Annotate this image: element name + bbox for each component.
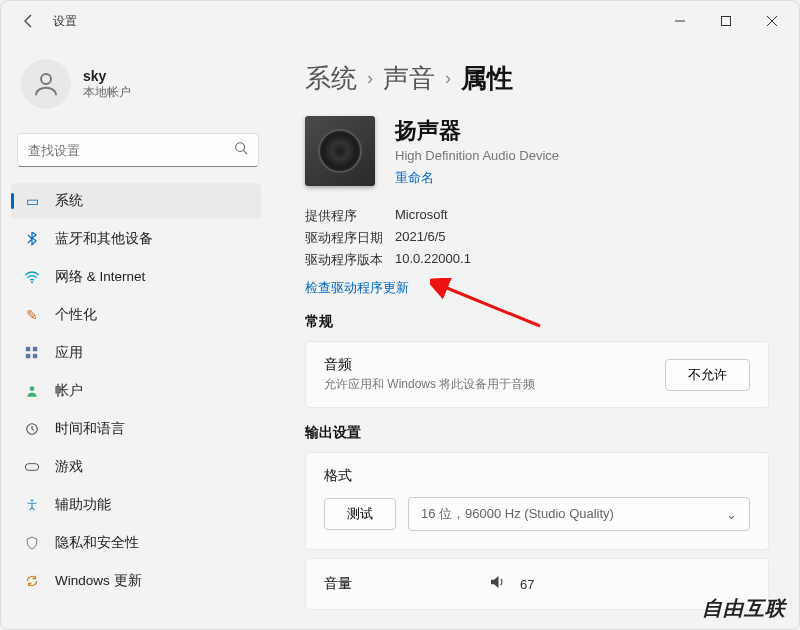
format-value: 16 位，96000 Hz (Studio Quality) xyxy=(421,505,614,523)
output-section-title: 输出设置 xyxy=(305,424,769,442)
svg-rect-11 xyxy=(33,354,37,358)
device-title: 扬声器 xyxy=(395,116,559,146)
rename-link[interactable]: 重命名 xyxy=(395,169,434,187)
nav-system[interactable]: ▭ 系统 xyxy=(11,183,261,219)
volume-card: 音量 67 xyxy=(305,558,769,610)
speaker-icon[interactable] xyxy=(488,573,506,595)
volume-value: 67 xyxy=(520,577,534,592)
svg-point-12 xyxy=(30,386,35,391)
crumb-sound[interactable]: 声音 xyxy=(383,61,435,96)
svg-rect-14 xyxy=(25,464,38,471)
driver-date-value: 2021/6/5 xyxy=(395,229,446,247)
clock-icon xyxy=(23,420,41,438)
watermark-text: 自由互联 xyxy=(702,595,786,622)
driver-version-value: 10.0.22000.1 xyxy=(395,251,471,269)
system-icon: ▭ xyxy=(23,192,41,210)
volume-label: 音量 xyxy=(324,575,474,593)
nav-update[interactable]: Windows 更新 xyxy=(11,563,261,599)
search-box[interactable] xyxy=(17,133,259,167)
check-driver-update-link[interactable]: 检查驱动程序更新 xyxy=(305,279,409,297)
maximize-button[interactable] xyxy=(703,5,749,37)
nav-accounts[interactable]: 帐户 xyxy=(11,373,261,409)
test-button[interactable]: 测试 xyxy=(324,498,396,530)
svg-point-5 xyxy=(236,143,245,152)
format-select[interactable]: 16 位，96000 Hz (Studio Quality) ⌄ xyxy=(408,497,750,531)
chevron-right-icon: › xyxy=(445,68,451,89)
crumb-properties: 属性 xyxy=(461,61,513,96)
svg-rect-8 xyxy=(26,347,30,351)
sidebar: sky 本地帐户 ▭ 系统 蓝牙和其他设备 xyxy=(1,41,271,629)
nav-time[interactable]: 时间和语言 xyxy=(11,411,261,447)
svg-rect-1 xyxy=(722,17,731,26)
user-name: sky xyxy=(83,68,131,84)
svg-point-4 xyxy=(41,74,51,84)
wifi-icon xyxy=(23,268,41,286)
driver-version-label: 驱动程序版本 xyxy=(305,251,395,269)
nav-network[interactable]: 网络 & Internet xyxy=(11,259,261,295)
avatar xyxy=(21,59,71,109)
user-subtitle: 本地帐户 xyxy=(83,84,131,101)
speaker-device-icon xyxy=(305,116,375,186)
titlebar: 设置 xyxy=(1,1,799,41)
svg-rect-10 xyxy=(26,354,30,358)
nav-apps[interactable]: 应用 xyxy=(11,335,261,371)
audio-card-title: 音频 xyxy=(324,356,535,374)
disallow-button[interactable]: 不允许 xyxy=(665,359,750,391)
svg-rect-9 xyxy=(33,347,37,351)
format-card: 格式 测试 16 位，96000 Hz (Studio Quality) ⌄ xyxy=(305,452,769,550)
provider-value: Microsoft xyxy=(395,207,448,225)
svg-point-7 xyxy=(31,281,33,283)
close-button[interactable] xyxy=(749,5,795,37)
brush-icon: ✎ xyxy=(23,306,41,324)
provider-label: 提供程序 xyxy=(305,207,395,225)
nav-gaming[interactable]: 游戏 xyxy=(11,449,261,485)
app-title: 设置 xyxy=(53,13,77,30)
audio-card-subtitle: 允许应用和 Windows 将此设备用于音频 xyxy=(324,376,535,393)
device-subtitle: High Definition Audio Device xyxy=(395,148,559,163)
chevron-down-icon: ⌄ xyxy=(726,507,737,522)
gamepad-icon xyxy=(23,458,41,476)
search-icon xyxy=(234,141,248,159)
main-content: 系统 › 声音 › 属性 扬声器 High Definition Audio D… xyxy=(271,41,799,629)
nav-privacy[interactable]: 隐私和安全性 xyxy=(11,525,261,561)
format-label: 格式 xyxy=(324,467,750,485)
shield-icon xyxy=(23,534,41,552)
accessibility-icon xyxy=(23,496,41,514)
bluetooth-icon xyxy=(23,230,41,248)
back-button[interactable] xyxy=(19,11,39,31)
svg-point-15 xyxy=(31,499,33,501)
crumb-system[interactable]: 系统 xyxy=(305,61,357,96)
svg-line-6 xyxy=(244,151,248,155)
user-block[interactable]: sky 本地帐户 xyxy=(11,51,271,123)
search-input[interactable] xyxy=(28,143,234,158)
nav-accessibility[interactable]: 辅助功能 xyxy=(11,487,261,523)
driver-date-label: 驱动程序日期 xyxy=(305,229,395,247)
nav-bluetooth[interactable]: 蓝牙和其他设备 xyxy=(11,221,261,257)
chevron-right-icon: › xyxy=(367,68,373,89)
audio-permission-card: 音频 允许应用和 Windows 将此设备用于音频 不允许 xyxy=(305,341,769,408)
person-icon xyxy=(23,382,41,400)
apps-icon xyxy=(23,344,41,362)
general-section-title: 常规 xyxy=(305,313,769,331)
nav-personalization[interactable]: ✎ 个性化 xyxy=(11,297,261,333)
breadcrumb: 系统 › 声音 › 属性 xyxy=(305,61,769,96)
minimize-button[interactable] xyxy=(657,5,703,37)
update-icon xyxy=(23,572,41,590)
